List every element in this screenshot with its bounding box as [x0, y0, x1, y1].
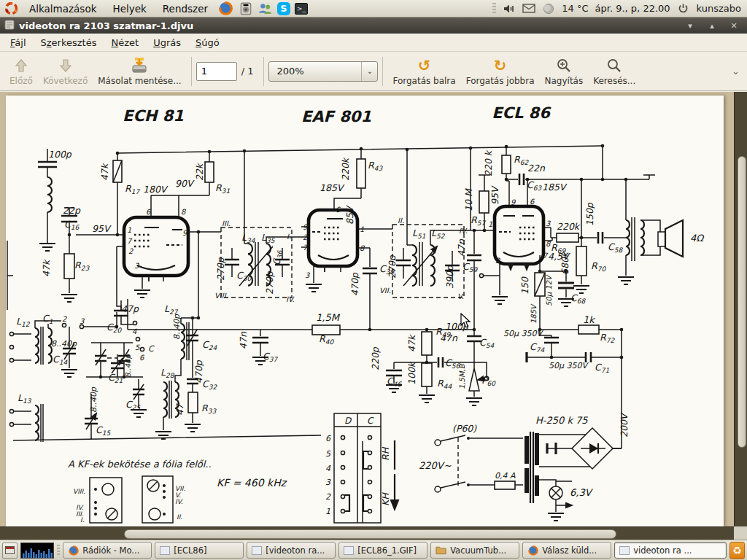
image-icon — [252, 546, 262, 555]
schematic-label: 1 — [127, 226, 131, 234]
taskbar-window-6[interactable]: videoton ra ... — [614, 542, 727, 559]
schematic-label: 50µ 12V — [545, 274, 554, 306]
schematic-label: R17 — [125, 183, 140, 195]
schematic-label: C58 — [608, 241, 623, 254]
schematic-label: 7 — [127, 237, 133, 245]
users-icon[interactable] — [258, 1, 273, 16]
schematic-label: II. — [177, 513, 182, 521]
menubar-item-3[interactable]: Ugrás — [146, 35, 188, 50]
taskbar-window-5[interactable]: Válasz küld... — [522, 542, 611, 559]
schematic-label: C54 — [479, 337, 494, 349]
schematic-label: 2 — [495, 257, 500, 265]
schematic-label: 4 — [325, 464, 331, 473]
applet-handle[interactable] — [492, 3, 496, 15]
schematic-label: 8..40p — [172, 314, 182, 340]
page-number-input[interactable] — [196, 62, 237, 81]
taskbar-window-4[interactable]: VacuumTub... — [430, 542, 519, 559]
vertical-scrollbar-thumb[interactable] — [738, 156, 746, 448]
ubuntu-logo-icon[interactable] — [4, 1, 19, 16]
taskbar-window-2[interactable]: [videoton ra... — [247, 542, 336, 559]
zoom-in-button[interactable]: Nagyítás — [540, 54, 589, 89]
schematic-label: 1,5M,B — [458, 363, 466, 389]
schematic-label: P60 — [481, 375, 496, 387]
firefox-launcher-icon[interactable] — [218, 1, 233, 16]
menu-system[interactable]: Rendszer — [156, 1, 214, 16]
power-icon[interactable] — [677, 2, 690, 15]
schematic-label: 2 — [62, 315, 67, 323]
close-button[interactable] — [725, 20, 743, 32]
weather-icon[interactable] — [542, 2, 555, 15]
system-tray: 14 °C ápr. 9., p, 22.00 kunszabo — [492, 2, 744, 15]
skype-icon[interactable] — [277, 2, 290, 15]
vertical-scrollbar[interactable] — [734, 92, 747, 526]
rotate-right-icon — [494, 57, 507, 74]
clock-label[interactable]: ápr. 9., p, 22.00 — [595, 3, 670, 14]
save-copy-button[interactable]: Másolat mentése... — [93, 54, 186, 89]
previous-page-button[interactable]: Előző — [4, 54, 38, 89]
schematic-label: 47k — [406, 334, 417, 352]
applet-handle[interactable] — [57, 545, 60, 556]
search-icon — [606, 57, 622, 74]
taskbar-window-label: VacuumTub... — [450, 545, 506, 556]
folder-icon — [436, 545, 446, 556]
horizontal-scrollbar-thumb[interactable] — [124, 529, 616, 539]
schematic-label: 22k — [194, 163, 205, 181]
toolbar-separator — [191, 57, 192, 86]
schematic-label: 47 — [174, 402, 185, 416]
taskbar-window-1[interactable]: [ECL86] — [155, 542, 244, 559]
schematic-label: 8..40p — [89, 386, 98, 413]
schematic-label: R70 — [591, 260, 606, 273]
schematic-label: 2 — [303, 233, 308, 241]
temperature-label[interactable]: 14 °C — [562, 3, 588, 14]
taskbar-window-0[interactable]: Rádiók - Mo... — [63, 542, 152, 559]
window-title: videoton ra 2103 szatmar-1.djvu — [19, 20, 677, 31]
schematic-label: 2 — [128, 247, 133, 255]
taskbar-window-label: Rádiók - Mo... — [82, 545, 139, 556]
volume-icon[interactable] — [503, 2, 516, 15]
minimize-button[interactable] — [681, 20, 699, 32]
rotate-right-button[interactable]: Forgatás jobbra — [461, 54, 540, 89]
show-desktop-button[interactable] — [2, 542, 18, 559]
schematic-label: R33 — [201, 402, 217, 415]
schematic-label: 4 — [132, 327, 137, 335]
schematic-label: C21 — [108, 372, 123, 384]
schematic-label: 90V — [175, 178, 195, 189]
toolbar-overflow-chevron-icon[interactable] — [729, 66, 743, 77]
schematic-label: L13 — [18, 392, 32, 405]
username-label[interactable]: kunszabo — [697, 3, 741, 14]
schematic-label: I. — [287, 233, 291, 241]
rotate-left-button[interactable]: Forgatás balra — [387, 54, 460, 89]
terminal-icon[interactable] — [295, 3, 308, 15]
menubar-item-0[interactable]: Fájl — [3, 35, 34, 50]
schematic-label: 220V~ — [419, 460, 452, 471]
schematic-label: IV. — [459, 227, 468, 235]
volume-app-icon[interactable] — [238, 1, 253, 16]
schematic-label: 1 — [488, 220, 492, 228]
horizontal-scrollbar[interactable] — [0, 526, 734, 540]
search-button[interactable]: Keresés... — [588, 54, 640, 89]
system-monitor-applet[interactable] — [20, 542, 54, 559]
menubar-item-4[interactable]: Súgó — [188, 35, 227, 50]
schematic-label: 1 — [360, 225, 364, 233]
schematic-label: RH — [380, 446, 391, 461]
schematic-label: 185V — [320, 182, 345, 193]
menubar-item-2[interactable]: Nézet — [104, 35, 146, 50]
zoom-select[interactable]: 200% — [268, 61, 378, 82]
schematic-label: IV. — [175, 498, 183, 505]
taskbar-window-3[interactable]: [ECL86_1.GIF] — [338, 542, 427, 559]
schematic-label: 180V — [143, 184, 169, 195]
zoom-value: 200% — [269, 66, 361, 77]
menubar-item-1[interactable]: Szerkesztés — [34, 35, 104, 50]
menu-applications[interactable]: Alkalmazások — [23, 1, 103, 16]
schematic-label: R44 — [437, 378, 452, 390]
schematic-label: 47n — [440, 332, 458, 343]
image-icon — [619, 546, 630, 555]
mail-icon[interactable] — [522, 2, 535, 15]
menu-places[interactable]: Helyek — [106, 1, 152, 16]
arrow-up-icon — [13, 57, 29, 74]
maximize-button[interactable] — [703, 20, 721, 32]
next-page-button[interactable]: Következő — [38, 54, 93, 89]
trash-icon[interactable] — [729, 542, 745, 559]
titlebar[interactable]: videoton ra 2103 szatmar-1.djvu — [0, 18, 747, 34]
schematic-label: 95V — [489, 185, 500, 205]
